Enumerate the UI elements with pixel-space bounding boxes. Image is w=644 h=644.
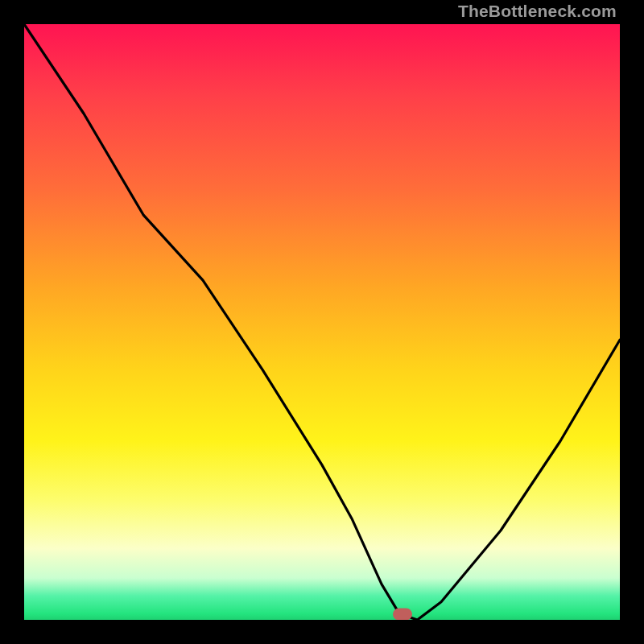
bottleneck-curve	[24, 24, 620, 620]
optimal-point-marker	[393, 608, 412, 620]
watermark-text: TheBottleneck.com	[458, 2, 617, 21]
chart-frame: TheBottleneck.com	[0, 0, 644, 644]
plot-area	[24, 24, 620, 620]
